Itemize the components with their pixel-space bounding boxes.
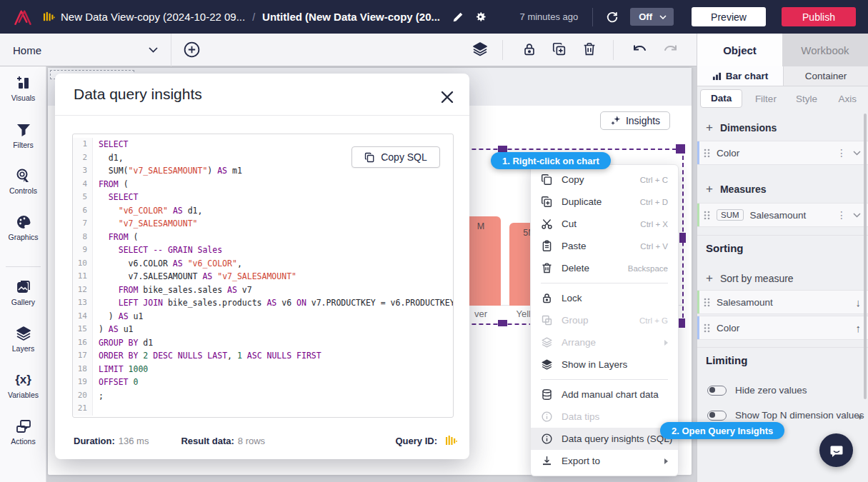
kebab-menu-icon[interactable]: ⋮ [837, 209, 847, 221]
kebab-menu-icon[interactable]: ⋮ [837, 147, 847, 159]
sort-row-salesamount[interactable]: Salesamount ↓ [697, 290, 868, 314]
scroll-down-arrow-icon[interactable]: ▾ [858, 413, 862, 422]
selection-handle-right[interactable] [679, 233, 686, 243]
sort-color-strip [697, 316, 699, 339]
lock-icon [541, 292, 553, 304]
toggle-hide-zero-values[interactable]: Hide zero values [707, 385, 807, 396]
arrange-icon [541, 336, 553, 348]
toggle-switch[interactable] [707, 386, 727, 396]
sidebar-item-visuals[interactable]: Visuals [0, 74, 46, 102]
tab-style[interactable]: Style [787, 94, 827, 104]
workbook-title[interactable]: Untitled (New Data View-copy (20... [262, 11, 440, 23]
page-selector-dropdown[interactable]: Home [0, 34, 171, 66]
chevron-down-icon[interactable] [853, 213, 861, 218]
menu-item-export-to[interactable]: Export to [531, 450, 678, 472]
panel-scrollbar[interactable] [864, 114, 867, 399]
add-item-icon[interactable] [183, 41, 201, 59]
screen: New Data View-copy (2024-10-22 09... / U… [0, 0, 868, 482]
menu-item-show-in-layers[interactable]: Show in Layers [531, 353, 678, 376]
menu-item-duplicate[interactable]: DuplicateCtrl + D [531, 191, 678, 213]
add-measure-button[interactable]: + Measures [706, 182, 767, 196]
delete-toolbar-icon[interactable] [582, 41, 597, 57]
sidebar-item-variables[interactable]: {x} Variables [0, 371, 46, 399]
sidebar-item-gallery[interactable]: Gallery [0, 278, 46, 306]
duplicate-icon [541, 196, 553, 208]
chevron-down-icon [659, 15, 667, 19]
modal-footer: Duration:136 ms Result data:8 rows Query… [74, 434, 458, 447]
sql-code-block[interactable]: 1SELECT2 d1,3 SUM("v7_SALESAMOUNT") AS m… [72, 134, 454, 418]
menu-item-cut[interactable]: CutCtrl + X [531, 213, 678, 235]
toolbar-divider [502, 40, 503, 60]
toggle-switch[interactable] [707, 411, 727, 421]
layers-icon [15, 325, 32, 342]
drag-handle-icon[interactable] [704, 211, 710, 220]
duplicate-toolbar-icon[interactable] [552, 41, 567, 57]
add-dimension-button[interactable]: + Dimensions [706, 121, 777, 135]
layers-toolbar-icon[interactable] [472, 41, 489, 58]
chevron-down-icon[interactable] [853, 151, 861, 156]
publish-button[interactable]: Publish [782, 7, 856, 26]
dimension-row-color[interactable]: Color ⋮ [697, 141, 868, 165]
help-chat-button[interactable] [819, 433, 853, 467]
menu-item-copy[interactable]: CopyCtrl + C [531, 169, 678, 191]
sort-ascending-icon[interactable]: ↑ [856, 322, 862, 334]
measure-row-salesamount[interactable]: SUM Salesamount ⋮ [697, 203, 868, 227]
sql-line: 13 LEFT JOIN bike_sales.products AS v6 O… [73, 296, 453, 310]
sidebar-item-controls[interactable]: Controls [0, 167, 46, 195]
dataset-title[interactable]: New Data View-copy (2024-10-22 09... [61, 11, 245, 23]
sort-descending-icon[interactable]: ↓ [856, 296, 862, 308]
tab-data[interactable]: Data [700, 89, 742, 108]
undo-icon[interactable] [632, 43, 649, 57]
menu-divider [541, 379, 668, 380]
app-logo-icon[interactable] [12, 6, 34, 28]
plus-icon: + [706, 121, 713, 135]
drag-handle-icon[interactable] [704, 323, 710, 333]
sql-line: 15) AS u1 [73, 323, 453, 336]
selection-handle-top[interactable] [498, 146, 507, 152]
tab-workbook[interactable]: Workbook [782, 34, 868, 66]
tab-axis[interactable]: Axis [827, 94, 868, 104]
lock-toolbar-icon[interactable] [522, 41, 537, 57]
info-icon [541, 433, 553, 445]
tab-bar-chart[interactable]: Bar chart [697, 66, 783, 86]
menu-item-delete[interactable]: DeleteBackspace [531, 257, 678, 279]
tab-filter[interactable]: Filter [745, 94, 786, 104]
menu-item-data-query-insights[interactable]: Data query insights (SQL) [531, 428, 678, 450]
menu-item-add-manual-chart-data[interactable]: Add manual chart data [531, 383, 678, 406]
add-sort-by-measure-button[interactable]: + Sort by measure [706, 271, 794, 286]
sql-line: 12 FROM bike_sales.sales AS v7 [73, 283, 453, 297]
sidebar-item-layers[interactable]: Layers [0, 325, 46, 353]
sql-line: 10 v6.COLOR AS "v6_COLOR", [73, 257, 453, 271]
limiting-section-title: Limiting [706, 354, 747, 366]
tab-object[interactable]: Object [697, 34, 782, 66]
aggregation-chip[interactable]: SUM [717, 209, 744, 221]
toggle-show-top-n[interactable]: Show Top N dimension values [707, 410, 864, 421]
edit-title-icon[interactable] [452, 11, 464, 24]
sidebar-item-actions[interactable]: Actions [0, 418, 46, 446]
insights-button[interactable]: Insights [600, 111, 670, 130]
redo-icon[interactable] [662, 43, 679, 57]
dataset-bars-icon [43, 11, 55, 23]
menu-item-paste[interactable]: PasteCtrl + V [531, 235, 678, 257]
selection-handle-bottom[interactable] [498, 320, 507, 326]
tab-container[interactable]: Container [783, 66, 868, 86]
sql-line: 17ORDER BY 2 DESC NULLS LAST, 1 ASC NULL… [73, 349, 453, 363]
selection-handle-top-right[interactable] [676, 144, 685, 154]
copy-sql-button[interactable]: Copy SQL [351, 146, 440, 168]
preview-button[interactable]: Preview [692, 7, 766, 26]
settings-gear-icon[interactable] [474, 10, 487, 24]
refresh-icon[interactable] [606, 11, 619, 24]
group-icon [541, 314, 553, 326]
sidebar-item-filters[interactable]: Filters [0, 121, 46, 149]
drag-handle-icon[interactable] [704, 298, 710, 307]
database-icon [541, 388, 553, 401]
toolbar-divider [613, 40, 614, 60]
drag-handle-icon[interactable] [704, 149, 710, 158]
auto-refresh-dropdown[interactable]: Off [630, 8, 674, 26]
sort-row-color[interactable]: Color ↑ [697, 316, 868, 340]
sidebar-item-graphics[interactable]: Graphics [0, 214, 46, 241]
close-icon[interactable] [439, 89, 455, 105]
sql-line: 21 [73, 402, 453, 416]
menu-item-lock[interactable]: Lock [531, 287, 678, 309]
menu-divider [541, 283, 668, 283]
